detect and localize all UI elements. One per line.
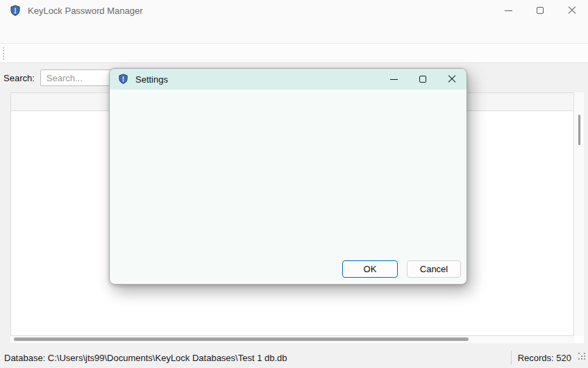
horizontal-scrollbar-thumb[interactable]	[14, 337, 469, 341]
settings-dialog-body	[110, 90, 467, 252]
toolbar-grip-icon[interactable]	[3, 47, 4, 60]
search-label: Search:	[3, 73, 35, 83]
menu-bar	[0, 21, 588, 43]
vertical-scrollbar[interactable]	[574, 92, 584, 336]
status-records: Records: 520	[518, 353, 571, 363]
app-shield-icon	[10, 5, 21, 16]
title-bar: KeyLock Password Manager	[0, 0, 588, 21]
settings-dialog: Settings OK Cancel	[109, 68, 467, 285]
settings-dialog-buttons: OK Cancel	[110, 252, 467, 284]
status-bar: Database: C:\Users\jts99\Documents\KeyLo…	[0, 347, 588, 368]
window-controls	[492, 0, 588, 21]
dialog-maximize-icon[interactable]	[408, 69, 437, 90]
settings-dialog-title: Settings	[135, 74, 168, 85]
resize-grip-icon[interactable]	[578, 357, 587, 365]
horizontal-scrollbar[interactable]	[10, 336, 574, 343]
minimize-icon[interactable]	[492, 0, 524, 21]
toolbar	[0, 43, 588, 63]
close-icon[interactable]	[556, 0, 588, 21]
dialog-minimize-icon[interactable]	[379, 69, 408, 90]
status-database: Database: C:\Users\jts99\Documents\KeyLo…	[4, 353, 287, 363]
ok-button[interactable]: OK	[342, 260, 398, 278]
window-title: KeyLock Password Manager	[28, 6, 142, 16]
status-right: Records: 520	[511, 347, 588, 368]
settings-dialog-titlebar: Settings	[110, 69, 467, 90]
vertical-scrollbar-thumb[interactable]	[578, 115, 580, 145]
dialog-close-icon[interactable]	[437, 69, 467, 90]
maximize-icon[interactable]	[524, 0, 556, 21]
cancel-button[interactable]: Cancel	[407, 260, 461, 278]
status-separator	[511, 351, 512, 365]
dialog-window-controls	[379, 69, 467, 90]
dialog-shield-icon	[118, 74, 129, 85]
